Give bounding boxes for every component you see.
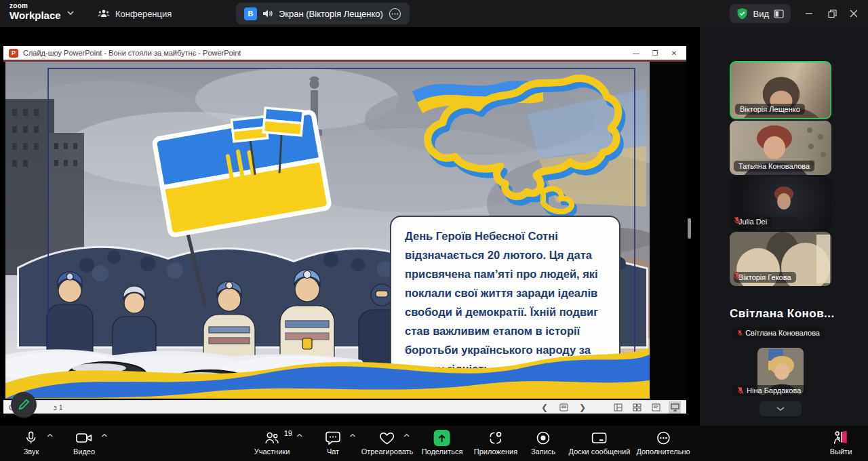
pencil-icon xyxy=(17,398,31,412)
ppt-minimize-button: — xyxy=(627,46,646,60)
participant-name-label: Світлана Коновалова xyxy=(732,327,825,338)
normal-view-icon xyxy=(612,401,624,414)
react-button[interactable]: Отреагировать xyxy=(361,429,414,456)
slide-menu-icon xyxy=(557,401,570,414)
view-button-label: Вид xyxy=(753,9,769,19)
participant-name-label: Вікторія Гекова xyxy=(734,272,796,283)
logo-zoom-text: zoom xyxy=(9,3,61,9)
leave-button[interactable]: Выйти xyxy=(830,429,852,456)
audio-button-label: Звук xyxy=(24,447,39,456)
video-tile-active-speaker[interactable]: Вікторія Лещенко xyxy=(730,61,831,119)
participant-name-label: Вікторія Лещенко xyxy=(735,104,805,115)
audio-button[interactable]: Звук xyxy=(24,429,39,456)
participants-options-chevron[interactable] xyxy=(296,433,303,438)
chat-bubble-icon xyxy=(325,430,341,446)
participant-name-text: Вікторія Гекова xyxy=(738,273,791,281)
ppt-close-button: ✕ xyxy=(665,46,684,60)
slide-content: День Героїв Небесної Сотні відзначається… xyxy=(5,62,650,399)
slideshow-canvas: День Героїв Небесної Сотні відзначається… xyxy=(3,62,686,400)
shared-screen-area: P Слайд-шоу PowerPoint - Вони стояли за … xyxy=(0,27,868,426)
apps-button-label: Приложения xyxy=(474,447,517,456)
audio-options-chevron[interactable] xyxy=(47,433,54,438)
next-slide-button: ❯ xyxy=(576,401,589,414)
chat-button[interactable]: Чат xyxy=(325,429,341,456)
chat-options-chevron[interactable] xyxy=(349,433,356,438)
microphone-icon xyxy=(24,430,39,446)
ppt-status-bar: Сла з 1 ❮ ❯ xyxy=(3,400,686,414)
zoom-workplace-logo: zoom Workplace xyxy=(9,3,61,20)
powerpoint-app-icon: P xyxy=(9,49,18,58)
ppt-restore-button: ❐ xyxy=(646,46,665,60)
security-shield-icon xyxy=(736,7,748,20)
tab-more-icon[interactable] xyxy=(389,7,401,20)
apps-button[interactable]: Приложения xyxy=(474,429,517,456)
participant-name-text: Світлана Коновалова xyxy=(745,329,820,337)
tab-shared-screen[interactable]: B Экран (Вікторія Лещенко) xyxy=(236,3,410,24)
participants-button[interactable]: 19 Участники xyxy=(254,429,290,456)
video-button[interactable]: Видео xyxy=(73,429,95,456)
screen-share-badge: B xyxy=(244,7,257,20)
whiteboard-icon xyxy=(591,430,608,445)
window-restore-button[interactable] xyxy=(822,5,842,22)
participant-name-label: Татьяна Коновалова xyxy=(734,161,814,172)
sidebar-collapse-button[interactable] xyxy=(760,401,802,416)
muted-mic-icon xyxy=(734,216,741,224)
participants-sidebar: Вікторія Лещенко Татьяна Коновалова xyxy=(730,61,831,426)
zoom-workplace-window: zoom Workplace Конференция B Экран (В xyxy=(0,0,868,461)
video-options-chevron[interactable] xyxy=(101,433,108,438)
camera-icon xyxy=(75,430,93,445)
participant-name-label: Ніна Бардакова xyxy=(732,385,806,396)
share-screen-button[interactable]: Поделиться xyxy=(422,429,463,456)
participants-count-badge: 19 xyxy=(284,429,292,437)
annotate-pencil-button[interactable] xyxy=(11,392,37,418)
active-participant-display-name: Світлана Конов... xyxy=(730,307,831,321)
leave-door-icon xyxy=(833,430,849,445)
speaker-icon xyxy=(262,9,273,18)
record-button-label: Запись xyxy=(531,447,555,456)
leave-button-label: Выйти xyxy=(830,447,852,456)
layout-grid-icon xyxy=(774,9,784,18)
workspace-chevron-down-icon[interactable] xyxy=(66,10,75,16)
logo-workplace-text: Workplace xyxy=(9,10,61,20)
tab-shared-screen-label: Экран (Вікторія Лещенко) xyxy=(279,9,383,19)
video-button-label: Видео xyxy=(73,447,95,456)
slide-text-card: День Героїв Небесної Сотні відзначається… xyxy=(390,216,620,392)
tab-meeting-label: Конференция xyxy=(115,9,172,19)
participants-group-icon xyxy=(98,9,110,18)
share-screen-icon xyxy=(434,430,450,446)
powerpoint-window: P Слайд-шоу PowerPoint - Вони стояли за … xyxy=(3,46,686,414)
window-minimize-button[interactable] xyxy=(799,5,819,22)
slide-sorter-view-icon xyxy=(631,401,643,414)
view-button[interactable]: Вид xyxy=(730,4,791,23)
apps-icon xyxy=(488,430,504,446)
more-button[interactable]: Дополнительно xyxy=(636,429,690,456)
muted-mic-icon xyxy=(734,272,741,280)
record-button[interactable]: Запись xyxy=(531,429,555,456)
video-tile[interactable]: Julia Dei xyxy=(730,176,831,230)
record-icon xyxy=(536,430,551,445)
participant-name-text: Ніна Бардакова xyxy=(747,386,801,395)
scrollbar-thumb[interactable] xyxy=(688,218,691,239)
prev-slide-button: ❮ xyxy=(538,401,551,414)
powerpoint-window-title: Слайд-шоу PowerPoint - Вони стояли за ма… xyxy=(23,49,241,57)
participant-name-label: Julia Dei xyxy=(734,216,772,227)
react-options-chevron[interactable] xyxy=(403,433,410,438)
powerpoint-title-bar: P Слайд-шоу PowerPoint - Вони стояли за … xyxy=(3,46,686,60)
video-tile[interactable]: Татьяна Коновалова xyxy=(730,121,831,175)
meeting-toolbar: Звук Видео 1 xyxy=(0,426,868,461)
window-close-button[interactable] xyxy=(844,5,864,22)
muted-mic-icon xyxy=(737,329,743,337)
tab-meeting[interactable]: Конференция xyxy=(90,3,180,24)
participants-icon xyxy=(264,430,280,445)
video-tile[interactable]: Вікторія Гекова xyxy=(730,232,831,286)
muted-mic-icon xyxy=(737,386,744,395)
chat-button-label: Чат xyxy=(327,447,339,456)
title-bar: zoom Workplace Конференция B Экран (В xyxy=(0,0,868,27)
slide-number-text-2: з 1 xyxy=(54,403,63,412)
chevron-down-icon xyxy=(776,406,785,412)
whiteboards-button[interactable]: Доски сообщений xyxy=(569,429,631,456)
whiteboards-button-label: Доски сообщений xyxy=(569,447,631,456)
more-button-label: Дополнительно xyxy=(636,447,690,456)
share-screen-label: Поделиться xyxy=(422,447,463,456)
heart-icon xyxy=(379,430,395,445)
